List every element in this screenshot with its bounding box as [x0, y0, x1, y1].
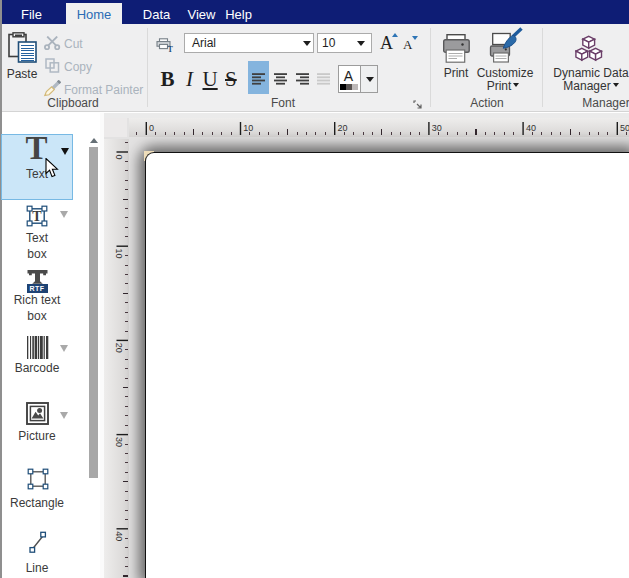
svg-text:20: 20	[338, 123, 348, 133]
svg-text:20: 20	[114, 343, 124, 353]
svg-text:30: 30	[114, 437, 124, 447]
svg-text:40: 40	[114, 531, 124, 541]
svg-text:10: 10	[114, 249, 124, 259]
svg-text:10: 10	[243, 123, 253, 133]
svg-text:30: 30	[432, 123, 442, 133]
svg-text:T: T	[32, 209, 42, 224]
svg-text:0: 0	[149, 123, 154, 133]
svg-text:40: 40	[526, 123, 536, 133]
svg-text:T: T	[168, 45, 174, 53]
svg-text:50: 50	[620, 123, 629, 133]
svg-text:0: 0	[114, 154, 124, 159]
